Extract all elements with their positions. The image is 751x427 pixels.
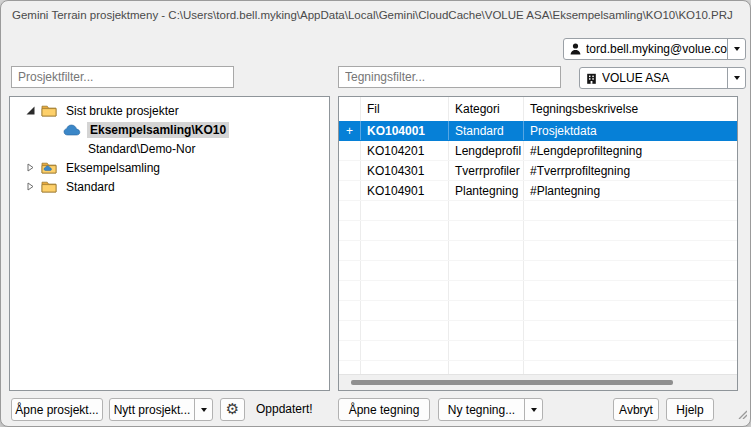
tree-item-label: Eksempelsamling	[63, 160, 163, 176]
empty-cell	[449, 301, 524, 320]
new-drawing-label: Ny tegning...	[439, 403, 524, 417]
table-empty-row	[339, 281, 737, 301]
empty-cell	[339, 321, 361, 340]
project-filter-input[interactable]	[11, 66, 234, 88]
empty-cell	[449, 221, 524, 240]
table-row-ko104201[interactable]: KO104201 Lengdeprofil #Lengdeprofiltegni…	[339, 141, 737, 161]
table-row-ko104301[interactable]: KO104301 Tverrprofiler #Tverrprofiltegni…	[339, 161, 737, 181]
cell-beskrivelse: #Tverrprofiltegning	[524, 161, 737, 180]
empty-cell	[524, 301, 737, 320]
new-project-split-button[interactable]: Nytt prosjekt...	[109, 398, 213, 421]
empty-cell	[449, 321, 524, 340]
user-dropdown-arrow[interactable]	[727, 39, 745, 59]
new-project-label: Nytt prosjekt...	[110, 403, 194, 417]
open-project-button[interactable]: Åpne prosjekt...	[11, 398, 103, 421]
empty-cell	[524, 201, 737, 220]
empty-cell	[361, 241, 449, 260]
empty-cell	[339, 301, 361, 320]
chevron-down-icon	[734, 47, 740, 51]
empty-cell	[449, 341, 524, 360]
table-empty-row	[339, 341, 737, 361]
new-drawing-split-button[interactable]: Ny tegning...	[438, 398, 543, 421]
empty-cell	[524, 261, 737, 280]
user-account-dropdown[interactable]: tord.bell.myking@volue.co	[563, 38, 746, 60]
chevron-down-icon	[201, 408, 207, 412]
title-bar: Gemini Terrain prosjektmeny - C:\Users\t…	[1, 1, 750, 31]
cell-kategori: Tverrprofiler	[449, 161, 524, 180]
organization-label: VOLUE ASA	[602, 71, 727, 85]
table-empty-row	[339, 241, 737, 261]
empty-cell	[339, 241, 361, 260]
open-project-label: Åpne prosjekt...	[15, 403, 98, 417]
empty-cell	[449, 281, 524, 300]
column-header-marker[interactable]	[339, 97, 361, 121]
cancel-button[interactable]: Avbryt	[613, 398, 659, 421]
tree-item-eksempelsamling[interactable]: Eksempelsamling	[10, 158, 329, 177]
empty-cell	[524, 241, 737, 260]
help-button[interactable]: Hjelp	[666, 398, 714, 421]
empty-cell	[361, 221, 449, 240]
folder-icon	[41, 104, 57, 117]
settings-button[interactable]: ⚙	[220, 398, 245, 421]
table-row-ko104001[interactable]: + KO104001 Standard Prosjektdata	[339, 121, 737, 141]
empty-cell	[524, 341, 737, 360]
project-tree: Sist brukte prosjekter Eksempelsamling\K…	[9, 96, 330, 391]
empty-cell	[361, 301, 449, 320]
table-row-ko104901[interactable]: KO104901 Plantegning #Plantegning	[339, 181, 737, 201]
empty-cell	[361, 341, 449, 360]
table-empty-row	[339, 301, 737, 321]
expander-collapsed-icon[interactable]	[26, 163, 35, 172]
horizontal-scrollbar[interactable]	[339, 374, 737, 390]
column-header-kategori[interactable]: Kategori	[449, 97, 524, 121]
chevron-down-icon	[531, 408, 537, 412]
tree-item-label: Standard	[63, 179, 118, 195]
empty-cell	[339, 261, 361, 280]
organization-dropdown-arrow[interactable]	[727, 68, 745, 88]
scrollbar-thumb[interactable]	[351, 380, 673, 385]
empty-cell	[361, 201, 449, 220]
cell-kategori: Plantegning	[449, 181, 524, 200]
row-marker	[339, 141, 361, 160]
organization-icon	[586, 73, 597, 84]
new-project-dropdown-arrow[interactable]	[194, 399, 212, 420]
cell-beskrivelse: #Lengdeprofiltegning	[524, 141, 737, 160]
cell-beskrivelse: #Plantegning	[524, 181, 737, 200]
empty-cell	[524, 221, 737, 240]
empty-cell	[524, 281, 737, 300]
expander-collapsed-icon[interactable]	[26, 182, 35, 191]
tree-item-label: Sist brukte prosjekter	[63, 103, 182, 119]
gear-icon: ⚙	[226, 402, 239, 417]
help-label: Hjelp	[676, 403, 703, 417]
column-header-fil[interactable]: Fil	[361, 97, 449, 121]
empty-cell	[339, 341, 361, 360]
table-empty-row	[339, 221, 737, 241]
cell-kategori: Lengdeprofil	[449, 141, 524, 160]
open-drawing-button[interactable]: Åpne tegning	[338, 398, 430, 421]
table-empty-row	[339, 201, 737, 221]
empty-cell	[449, 201, 524, 220]
cell-fil: KO104201	[361, 141, 449, 160]
resize-grip[interactable]	[736, 405, 747, 423]
empty-cell	[524, 321, 737, 340]
table-empty-row	[339, 261, 737, 281]
drawing-table: Fil Kategori Tegningsbeskrivelse + KO104…	[338, 96, 738, 391]
drawing-filter-input[interactable]	[338, 66, 561, 88]
folder-cloud-icon	[41, 161, 57, 174]
tree-item-label: Standard\Demo-Nor	[85, 141, 198, 157]
row-marker: +	[339, 121, 361, 140]
tree-item-eksempelsamling-ko10[interactable]: Eksempelsamling\KO10	[10, 120, 329, 139]
cell-fil: KO104001	[361, 121, 449, 140]
new-drawing-dropdown-arrow[interactable]	[524, 399, 542, 420]
empty-cell	[339, 201, 361, 220]
expander-expanded-icon[interactable]	[26, 106, 35, 115]
empty-cell	[339, 281, 361, 300]
tree-item-standard-demo-nor[interactable]: Standard\Demo-Nor	[10, 139, 329, 158]
column-header-beskrivelse[interactable]: Tegningsbeskrivelse	[524, 97, 737, 121]
user-icon	[570, 43, 581, 55]
empty-cell	[361, 321, 449, 340]
organization-dropdown[interactable]: VOLUE ASA	[579, 67, 746, 89]
tree-item-recent-projects[interactable]: Sist brukte prosjekter	[10, 101, 329, 120]
user-account-label: tord.bell.myking@volue.co	[586, 42, 727, 56]
tree-item-standard[interactable]: Standard	[10, 177, 329, 196]
window-title: Gemini Terrain prosjektmeny - C:\Users\t…	[12, 9, 733, 21]
